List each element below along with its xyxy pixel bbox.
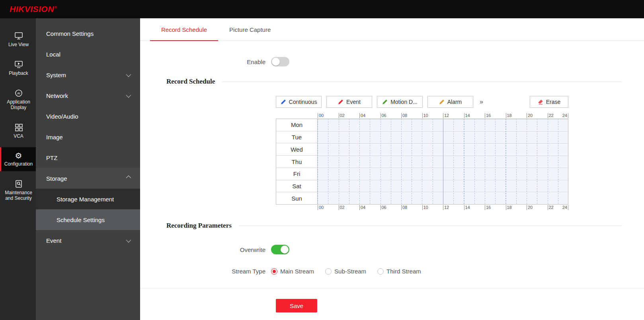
page: HIKVISION® Live View Playback AI: [0, 0, 644, 320]
nav-item-label: VCA: [14, 133, 23, 139]
stream-options: Main StreamSub-StreamThird Stream: [271, 268, 432, 275]
live-view-icon: [14, 31, 23, 40]
hour-label: 04: [359, 113, 365, 118]
menu-item-label: Schedule Settings: [57, 217, 105, 223]
tool-label: Motion D...: [390, 99, 418, 105]
vca-grid-icon: [14, 123, 23, 132]
tab-record-schedule[interactable]: Record Schedule: [150, 18, 218, 41]
registered-mark: ®: [55, 6, 57, 10]
tab-picture-capture[interactable]: Picture Capture: [218, 18, 282, 41]
enable-toggle[interactable]: [271, 57, 289, 66]
hour-label: 10: [422, 205, 428, 210]
menu-item-image[interactable]: Image: [36, 127, 140, 147]
hour-label: 16: [485, 113, 491, 118]
schedule-grid: MonTueWedThuFriSatSun: [276, 119, 568, 205]
stream-type-label: Stream Type: [140, 268, 265, 275]
radio-main-stream[interactable]: Main Stream: [271, 268, 314, 275]
hour-label: 08: [401, 205, 407, 210]
menu-item-system[interactable]: System: [36, 64, 140, 85]
pen-icon: [439, 99, 445, 105]
radio-label: Main Stream: [280, 268, 314, 275]
hour-label: 00: [318, 113, 324, 118]
toggle-knob: [272, 58, 280, 66]
radio-circle-icon: [271, 268, 277, 275]
hour-scale-top: 00020406081012141618202224: [318, 113, 568, 119]
chevron-up-icon: [126, 175, 131, 180]
day-label-sun: Sun: [276, 192, 317, 204]
hour-label: 02: [339, 113, 345, 118]
nav-item-label: Playback: [9, 70, 28, 76]
tab-label: Picture Capture: [229, 26, 271, 33]
menu-item-label: PTZ: [46, 154, 57, 161]
tab-bar: Record Schedule Picture Capture: [140, 18, 644, 41]
save-button[interactable]: Save: [276, 299, 317, 312]
app-body: Live View Playback AI Application Displa…: [0, 18, 644, 320]
day-label-fri: Fri: [276, 168, 317, 180]
nav-item-vca[interactable]: VCA: [0, 119, 36, 143]
gear-icon: ⚙: [15, 152, 22, 160]
radio-label: Third Stream: [386, 268, 421, 275]
menu-item-ptz[interactable]: PTZ: [36, 147, 140, 168]
hour-label: 22: [548, 113, 554, 118]
day-label-sat: Sat: [276, 180, 317, 193]
hour-label: 04: [359, 205, 365, 210]
record-schedule-section-header: Record Schedule: [166, 78, 622, 86]
tool-alarm-button[interactable]: Alarm: [427, 96, 473, 108]
eraser-icon: [538, 99, 543, 105]
primary-nav: Live View Playback AI Application Displa…: [0, 18, 36, 320]
menu-item-label: Local: [46, 51, 60, 58]
schedule-body: ContinuousEventMotion D...Alarm » Erase …: [276, 96, 568, 211]
tool-motion-d-button[interactable]: Motion D...: [377, 96, 423, 108]
hour-label: 06: [381, 113, 386, 118]
day-label-mon: Mon: [276, 119, 317, 131]
nav-item-configuration[interactable]: ⚙ Configuration: [0, 147, 36, 171]
radio-sub-stream[interactable]: Sub-Stream: [325, 268, 366, 275]
hour-label: 22: [548, 205, 554, 210]
nav-item-live-view[interactable]: Live View: [0, 27, 36, 52]
stream-type-row: Stream Type Main StreamSub-StreamThird S…: [140, 268, 644, 275]
schedule-time-grid[interactable]: [318, 119, 568, 205]
menu-item-label: Common Settings: [46, 30, 94, 37]
overwrite-toggle[interactable]: [271, 245, 289, 254]
hour-label: 24: [562, 113, 568, 118]
tool-event-button[interactable]: Event: [326, 96, 372, 108]
nav-item-label: Configuration: [4, 161, 33, 167]
pen-icon: [281, 99, 286, 105]
svg-text:AI: AI: [17, 92, 20, 95]
maintenance-icon: [14, 180, 23, 188]
top-bar: HIKVISION®: [0, 0, 644, 18]
hour-label: 14: [464, 113, 470, 118]
tool-continuous-button[interactable]: Continuous: [276, 96, 322, 108]
radio-third-stream[interactable]: Third Stream: [377, 268, 421, 275]
hour-label: 20: [527, 113, 533, 118]
enable-row: Enable: [140, 57, 644, 66]
schedule-tools-row: ContinuousEventMotion D...Alarm » Erase: [276, 96, 568, 108]
day-label-wed: Wed: [276, 143, 317, 156]
noon-gridline: [443, 119, 443, 204]
hour-label: 08: [401, 113, 407, 118]
menu-item-event[interactable]: Event: [36, 230, 140, 251]
section-divider: [239, 226, 622, 226]
hour-label: 18: [506, 205, 512, 210]
nav-item-application-display[interactable]: AI Application Display: [0, 84, 36, 115]
menu-item-video-audio[interactable]: Video/Audio: [36, 106, 140, 127]
nav-item-label: Maintenance and Security: [2, 190, 35, 201]
overwrite-label: Overwrite: [140, 246, 265, 253]
menu-item-label: Video/Audio: [46, 113, 78, 120]
hour-label: 10: [422, 113, 428, 118]
pen-icon: [382, 99, 388, 105]
menu-item-network[interactable]: Network: [36, 85, 140, 106]
menu-item-common-settings[interactable]: Common Settings: [36, 23, 140, 44]
menu-item-local[interactable]: Local: [36, 44, 140, 64]
nav-item-playback[interactable]: Playback: [0, 56, 36, 80]
menu-item-storage[interactable]: Storage: [36, 168, 140, 189]
menu-item-label: Storage Management: [57, 196, 114, 203]
hour-label: 14: [464, 205, 470, 210]
menu-item-storage-management[interactable]: Storage Management: [36, 189, 140, 209]
more-tools-button[interactable]: »: [480, 98, 483, 105]
erase-button[interactable]: Erase: [530, 96, 568, 108]
chevron-down-icon: [126, 237, 131, 242]
hour-label: 06: [381, 205, 386, 210]
menu-item-schedule-settings[interactable]: Schedule Settings: [36, 209, 140, 230]
nav-item-maintenance-and-security[interactable]: Maintenance and Security: [0, 175, 36, 205]
